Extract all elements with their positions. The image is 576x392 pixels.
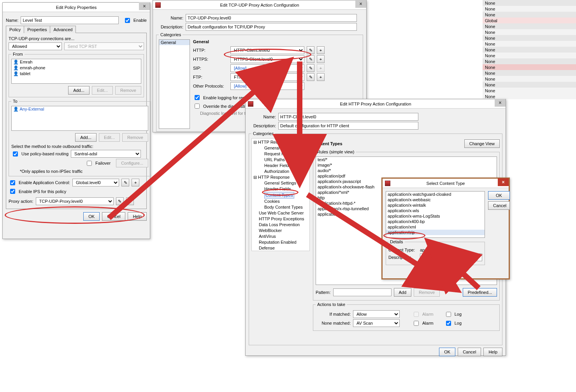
from-add-button[interactable]: Add... [68, 86, 90, 95]
list-item[interactable]: application/x400-bp [386, 219, 485, 224]
close-icon[interactable]: × [498, 178, 509, 186]
tree-item[interactable]: Use Web Cache Server [253, 210, 308, 216]
tree-item[interactable]: ⊟ HTTP Response [253, 174, 308, 180]
appctrl-edit-icon[interactable]: ✎ [121, 179, 129, 186]
appctrl-select[interactable]: Global.level0 [72, 179, 119, 186]
selct-ok-button[interactable]: OK [488, 191, 510, 200]
proxy-edit-icon[interactable]: ✎ [116, 197, 124, 205]
tree-item[interactable]: AntiVirus [253, 234, 308, 239]
tab-properties[interactable]: Properties [24, 26, 50, 33]
nonematched-log-checkbox[interactable] [446, 321, 451, 326]
appctrl-checkbox[interactable] [10, 180, 15, 185]
tab-advanced[interactable]: Advanced [50, 26, 76, 33]
https-edit-icon[interactable]: ✎ [307, 55, 314, 63]
routing-checkbox[interactable] [13, 151, 18, 156]
tcpudp-name-input[interactable] [186, 14, 357, 22]
change-view-button[interactable]: Change View [464, 139, 500, 148]
from-list[interactable]: 👤 Emrah👤 emrah-phone👤 tablet [11, 59, 141, 84]
pattern-add-button[interactable]: Add [394, 288, 412, 297]
policy-ok-button[interactable]: OK [83, 212, 100, 221]
list-item[interactable]: 👤 emrah-phone [12, 65, 141, 71]
close-icon[interactable]: × [139, 2, 150, 10]
tcpudp-desc-input[interactable] [186, 23, 357, 31]
http-new-icon[interactable]: + [317, 46, 325, 54]
close-icon[interactable]: × [495, 99, 506, 107]
ifmatched-log-checkbox[interactable] [446, 312, 451, 317]
list-item[interactable]: text/* [316, 157, 497, 162]
tree-item[interactable]: Body Content Types [253, 204, 308, 210]
http-help-button[interactable]: Help [483, 348, 502, 356]
policy-help-button[interactable]: Help [128, 212, 147, 221]
list-item[interactable]: audio/* [316, 168, 497, 173]
ftp-edit-icon[interactable]: ✎ [307, 73, 314, 81]
http-cancel-button[interactable]: Cancel [458, 348, 481, 356]
tree-item[interactable]: Authorization [253, 169, 308, 174]
tree-item[interactable]: WebBlocker [253, 228, 308, 234]
to-edit-button: Edit... [99, 133, 120, 142]
tree-item[interactable]: General Settings [253, 180, 308, 186]
appctrl-new-icon[interactable]: + [132, 179, 139, 186]
proxy-new-icon[interactable]: + [126, 197, 134, 205]
nonematched-alarm-checkbox[interactable] [414, 321, 419, 326]
list-item[interactable]: image/* [316, 162, 497, 168]
list-item[interactable]: application/x-watchguard-cloaked [386, 192, 485, 197]
predefined-button[interactable]: Predefined... [463, 288, 497, 297]
tree-item[interactable]: ⊟ HTTP Request [253, 139, 308, 145]
http-tree[interactable]: ⊟ HTTP RequestGeneral SettingsRequest Me… [251, 138, 310, 251]
connections-select[interactable]: Allowed [9, 42, 62, 50]
https-new-icon[interactable]: + [317, 55, 325, 63]
ips-checkbox[interactable] [10, 189, 15, 194]
https-select[interactable]: HTTPS-Client.level0 [230, 55, 304, 63]
tcpudp-cat-list[interactable]: General [159, 39, 190, 129]
failover-checkbox[interactable] [87, 161, 92, 166]
http-name-input[interactable] [278, 113, 418, 121]
tree-item[interactable]: HTTP Proxy Exceptions [253, 216, 308, 222]
sip-select[interactable]: [Allow] [230, 64, 304, 72]
sip-edit-icon[interactable]: ✎ [307, 64, 314, 72]
nonematched-select[interactable]: AV Scan [353, 319, 400, 327]
pattern-input[interactable] [333, 288, 392, 296]
http-edit-icon[interactable]: ✎ [307, 46, 314, 54]
list-item[interactable]: 👤 Emrah [12, 59, 141, 65]
list-item[interactable]: application/x-webbasic [386, 197, 485, 202]
ifmatched-select[interactable]: Allow [353, 310, 400, 318]
http-ok-button[interactable]: OK [439, 348, 455, 356]
tree-item[interactable]: Reputation Enabled Defense [253, 239, 308, 251]
tree-item[interactable]: Content Types [253, 192, 308, 199]
policy-title: Edit Policy Properties [56, 5, 97, 10]
override-checkbox[interactable] [195, 104, 200, 109]
selct-list[interactable]: application/x-watchguard-cloakedapplicat… [386, 191, 485, 238]
tree-item[interactable]: URL Paths [253, 157, 308, 163]
list-item[interactable]: 👤 Any-External [12, 106, 148, 112]
list-item[interactable]: application/x-wls [386, 208, 485, 213]
tree-item[interactable]: General Settings [253, 145, 308, 151]
ftp-new-icon[interactable]: + [317, 73, 325, 81]
tree-item[interactable]: Header Fields [253, 163, 308, 169]
to-add-button[interactable]: Add... [75, 133, 97, 142]
selct-cancel-button[interactable]: Cancel [488, 201, 510, 210]
list-item[interactable]: application/x-wintalk [386, 202, 485, 208]
other-select[interactable]: [Allow] [230, 82, 304, 90]
routing-select[interactable]: Santral-adsl [71, 150, 141, 158]
list-item[interactable]: 👤 tablet [12, 71, 141, 77]
tree-item[interactable]: Header Fields [253, 186, 308, 192]
tab-policy[interactable]: Policy [6, 26, 24, 33]
tree-item[interactable]: Data Loss Prevention [253, 222, 308, 228]
list-item[interactable]: application/xml [386, 224, 485, 230]
tree-item[interactable]: Cookies [253, 199, 308, 204]
policy-name-input[interactable] [21, 16, 118, 24]
to-list[interactable]: 👤 Any-External [11, 106, 148, 131]
enable-checkbox[interactable] [125, 18, 130, 23]
http-desc-input[interactable] [278, 122, 418, 130]
list-item[interactable]: application/x-wms-LogStats [386, 213, 485, 219]
policy-cancel-button[interactable]: Cancel [102, 212, 125, 221]
ftp-select[interactable]: FTP-Client.level0 [230, 73, 304, 81]
list-item[interactable]: application/zip [386, 230, 485, 235]
selct-desc-input[interactable] [420, 253, 482, 261]
cat-general[interactable]: General [159, 40, 190, 45]
close-icon[interactable]: × [355, 0, 366, 8]
log-checkbox[interactable] [195, 95, 200, 100]
tree-item[interactable]: Request Methods [253, 151, 308, 157]
proxy-action-select[interactable]: TCP-UDP-Proxy.level0 [36, 197, 114, 205]
http-select[interactable]: HTTP-Client.level0 [230, 46, 304, 54]
